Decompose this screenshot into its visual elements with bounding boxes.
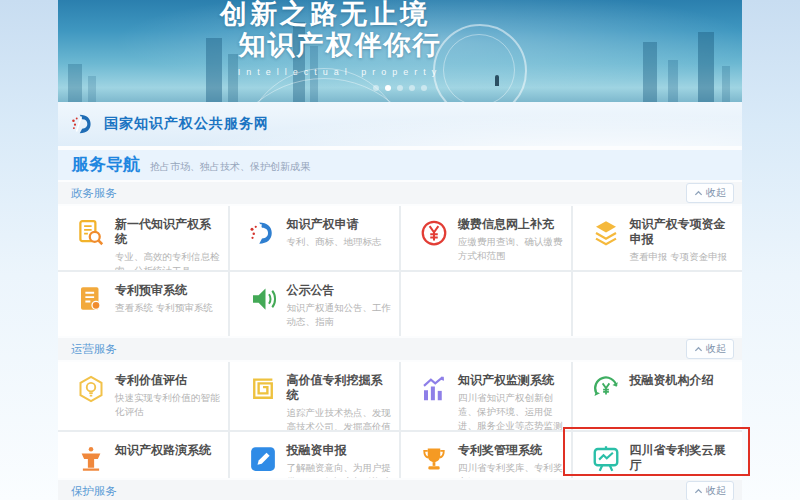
section-header: 保护服务 收起	[58, 480, 742, 500]
card-description: 查看申报 专项资金申报	[630, 250, 735, 264]
banner-headline-2: 知识产权伴你行	[58, 31, 622, 61]
card-text: 高价值专利挖掘系统 追踪产业技术热点、发现高技术公司、发掘高价值专利	[287, 373, 392, 430]
collapse-label: 收起	[706, 186, 726, 200]
card-title: 公示公告	[287, 283, 392, 298]
service-card[interactable]: 新一代知识产权系统 专业、高效的专利信息检索、分析统计工具	[58, 206, 228, 270]
carousel-dot[interactable]	[373, 85, 379, 91]
card-text: 投融资申报 了解融资意向、为用户提供更好的知识产权融资建议	[287, 443, 392, 478]
service-nav-panel: 服务导航 抢占市场、独占技术、保护创新成果	[58, 150, 742, 180]
card-title: 知识产权路演系统	[115, 443, 211, 458]
card-description: 四川省专利奖库、专利奖申报	[458, 461, 563, 478]
card-text: 新一代知识产权系统 专业、高效的专利信息检索、分析统计工具	[115, 217, 220, 270]
service-card[interactable]: 知识产权路演系统	[58, 432, 228, 478]
card-text: 专利预审系统 查看系统 专利预审系统	[115, 283, 213, 315]
card-description: 知识产权通知公告、工作动态、指南	[287, 301, 392, 329]
card-title: 高价值专利挖掘系统	[287, 373, 392, 403]
service-card[interactable]: 投融资机构介绍	[573, 362, 743, 430]
service-nav-title: 服务导航	[72, 150, 140, 180]
service-card[interactable]: 高价值专利挖掘系统 追踪产业技术热点、发现高技术公司、发掘高价值专利	[230, 362, 400, 430]
card-title: 新一代知识产权系统	[115, 217, 220, 247]
ip-mark-icon	[248, 218, 278, 248]
megaphone-icon	[248, 284, 278, 314]
banner-headline-1: 创新之路无止境	[58, 0, 592, 28]
doc-lines-icon	[76, 284, 106, 314]
carousel-dot[interactable]	[385, 85, 391, 91]
card-text: 知识产权专项资金申报 查看申报 专项资金申报	[630, 217, 735, 264]
collapse-label: 收起	[706, 342, 726, 356]
layers-icon	[591, 218, 621, 248]
card-title: 专利价值评估	[115, 373, 220, 388]
section-header: 运营服务 收起	[58, 338, 742, 360]
collapse-label: 收起	[706, 484, 726, 498]
service-nav-subtitle: 抢占市场、独占技术、保护创新成果	[150, 160, 310, 174]
service-card[interactable]: 专利价值评估 快速实现专利价值的智能化评估	[58, 362, 228, 430]
card-description: 四川省知识产权创新创造、保护环境、运用促进、服务企业等态势监测	[458, 391, 563, 430]
service-card[interactable]: 知识产权监测系统 四川省知识产权创新创造、保护环境、运用促进、服务企业等态势监测	[401, 362, 571, 430]
card-text: 专利价值评估 快速实现专利价值的智能化评估	[115, 373, 220, 419]
carousel-dot[interactable]	[421, 85, 427, 91]
card-text: 专利奖管理系统 四川省专利奖库、专利奖申报	[458, 443, 563, 478]
service-card[interactable]: 专利预审系统 查看系统 专利预审系统	[58, 272, 228, 336]
card-text: 知识产权路演系统	[115, 443, 211, 458]
podium-icon	[76, 444, 106, 474]
bar-chart-icon	[419, 374, 449, 404]
card-text: 公示公告 知识产权通知公告、工作动态、指南	[287, 283, 392, 329]
hero-banner[interactable]: 创新之路无止境 知识产权伴你行 Intellectual property	[58, 0, 742, 102]
card-description: 应缴费用查询、确认缴费方式和范围	[458, 235, 563, 263]
service-card-highlighted[interactable]: 四川省专利奖云展厅 线上云展厅 发布四川省历年专利奖	[573, 432, 743, 478]
card-description: 了解融资意向、为用户提供更好的知识产权融资建议	[287, 461, 392, 478]
pencil-square-icon	[248, 444, 278, 474]
card-text: 知识产权申请 专利、商标、地理标志	[287, 217, 382, 249]
card-title: 知识产权监测系统	[458, 373, 563, 388]
doc-search-icon	[76, 218, 106, 248]
sections: 政务服务 收起 新一代知识产权系统 专业、高效的专利信息检索、分析统计工具 知识…	[58, 182, 742, 500]
empty-cell	[573, 272, 743, 336]
spiral-icon	[248, 374, 278, 404]
collapse-button[interactable]: 收起	[686, 481, 734, 500]
service-card[interactable]: 公示公告 知识产权通知公告、工作动态、指南	[230, 272, 400, 336]
card-text: 缴费信息网上补充 应缴费用查询、确认缴费方式和范围	[458, 217, 563, 263]
card-title: 缴费信息网上补充	[458, 217, 563, 232]
carousel-dots	[58, 77, 742, 95]
section-label: 保护服务	[71, 484, 117, 499]
carousel-dot[interactable]	[397, 85, 403, 91]
card-description: 快速实现专利价值的智能化评估	[115, 391, 220, 419]
yen-circle-icon	[419, 218, 449, 248]
service-card[interactable]: 缴费信息网上补充 应缴费用查询、确认缴费方式和范围	[401, 206, 571, 270]
service-card[interactable]: 知识产权专项资金申报 查看申报 专项资金申报	[573, 206, 743, 270]
card-title: 投融资申报	[287, 443, 392, 458]
card-grid: 新一代知识产权系统 专业、高效的专利信息检索、分析统计工具 知识产权申请 专利、…	[58, 206, 742, 336]
chevron-up-icon	[694, 345, 703, 354]
card-title: 知识产权专项资金申报	[630, 217, 735, 247]
card-description: 追踪产业技术热点、发现高技术公司、发掘高价值专利	[287, 406, 392, 430]
service-card[interactable]: 投融资申报 了解融资意向、为用户提供更好的知识产权融资建议	[230, 432, 400, 478]
collapse-button[interactable]: 收起	[686, 183, 734, 203]
chevron-up-icon	[694, 189, 703, 198]
card-description: 专利、商标、地理标志	[287, 235, 382, 249]
site-header[interactable]: 国家知识产权公共服务网	[58, 102, 742, 146]
page: 创新之路无止境 知识产权伴你行 Intellectual property 国家…	[0, 0, 800, 500]
service-card[interactable]: 专利奖管理系统 四川省专利奖库、专利奖申报	[401, 432, 571, 478]
content-column: 创新之路无止境 知识产权伴你行 Intellectual property 国家…	[58, 0, 742, 500]
collapse-button[interactable]: 收起	[686, 339, 734, 359]
card-title: 知识产权申请	[287, 217, 382, 232]
service-section: 政务服务 收起 新一代知识产权系统 专业、高效的专利信息检索、分析统计工具 知识…	[58, 182, 742, 336]
card-title: 专利预审系统	[115, 283, 213, 298]
yen-refresh-icon	[591, 374, 621, 404]
service-section: 保护服务 收起	[58, 480, 742, 500]
bulb-hex-icon	[76, 374, 106, 404]
card-text: 知识产权监测系统 四川省知识产权创新创造、保护环境、运用促进、服务企业等态势监测	[458, 373, 563, 430]
service-card[interactable]: 知识产权申请 专利、商标、地理标志	[230, 206, 400, 270]
card-description: 线上云展厅 发布四川省历年专利奖	[630, 476, 735, 478]
main-content: 服务导航 抢占市场、独占技术、保护创新成果 政务服务 收起 新一代知识产权系统 …	[58, 146, 742, 500]
card-text: 投融资机构介绍	[630, 373, 714, 388]
card-title: 投融资机构介绍	[630, 373, 714, 388]
card-title: 专利奖管理系统	[458, 443, 563, 458]
section-label: 运营服务	[71, 342, 117, 357]
banner-subtitle-en: Intellectual property	[58, 67, 622, 77]
banner-copy: 创新之路无止境 知识产权伴你行 Intellectual property	[58, 0, 622, 77]
site-logo-icon	[70, 111, 96, 137]
card-description: 专业、高效的专利信息检索、分析统计工具	[115, 250, 220, 270]
carousel-dot[interactable]	[409, 85, 415, 91]
section-label: 政务服务	[71, 186, 117, 201]
